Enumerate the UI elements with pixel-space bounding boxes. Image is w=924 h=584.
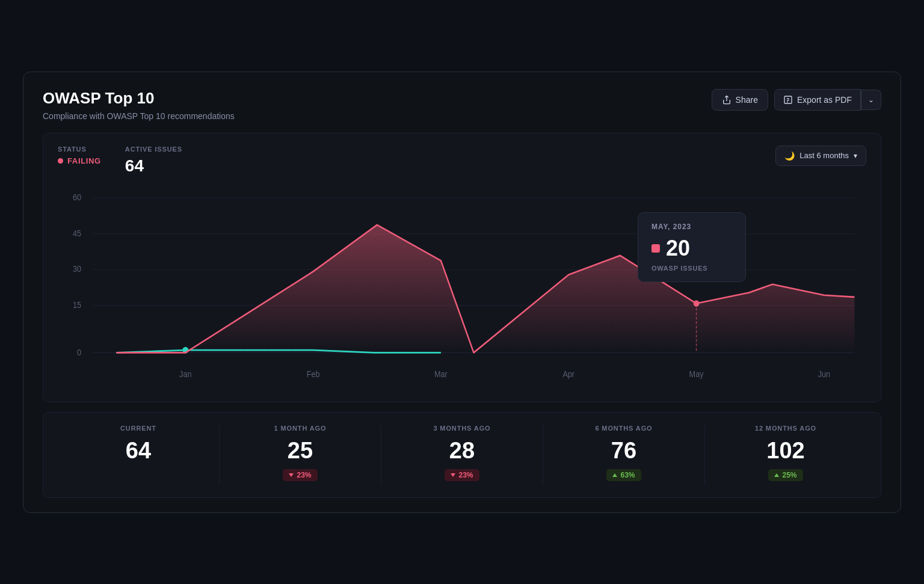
- arrow-down-icon: [289, 473, 294, 477]
- time-filter-button[interactable]: 🌙 Last 6 months ▾: [775, 146, 866, 166]
- svg-text:Mar: Mar: [434, 369, 448, 379]
- svg-text:Feb: Feb: [307, 369, 320, 379]
- chart-panel: STATUS FAILING ACTIVE ISSUES 64 🌙 Last 6…: [43, 133, 881, 402]
- export-pdf-button[interactable]: Export as PDF: [774, 89, 861, 111]
- svg-text:60: 60: [73, 192, 81, 202]
- svg-text:45: 45: [73, 229, 81, 238]
- status-stat: STATUS FAILING: [58, 146, 101, 176]
- status-badge: FAILING: [58, 156, 101, 165]
- svg-text:15: 15: [73, 300, 81, 310]
- bottom-stat-12months: 12 MONTHS AGO 102 25%: [704, 425, 866, 485]
- page-title: OWASP Top 10: [43, 89, 235, 108]
- export-icon: [783, 95, 793, 105]
- chevron-down-icon: ▾: [854, 152, 857, 160]
- chart-panel-header: STATUS FAILING ACTIVE ISSUES 64 🌙 Last 6…: [58, 146, 866, 176]
- export-button-group: Export as PDF ⌄: [774, 89, 881, 111]
- svg-text:Jun: Jun: [818, 369, 830, 379]
- svg-point-23: [694, 300, 700, 307]
- svg-text:Apr: Apr: [562, 369, 574, 379]
- stats-row: STATUS FAILING ACTIVE ISSUES 64: [58, 146, 182, 176]
- svg-text:30: 30: [73, 264, 81, 274]
- page-subtitle: Compliance with OWASP Top 10 recommendat…: [43, 111, 235, 121]
- change-badge-1month: 23%: [283, 469, 317, 481]
- svg-text:0: 0: [77, 348, 81, 357]
- bottom-stat-3months: 3 MONTHS AGO 28 23%: [381, 425, 543, 485]
- export-dropdown-button[interactable]: ⌄: [861, 90, 881, 110]
- arrow-down-icon: [451, 473, 455, 477]
- bottom-stats: CURRENT 64 1 MONTH AGO 25 23% 3 MONTHS A…: [43, 412, 881, 498]
- dashboard-container: OWASP Top 10 Compliance with OWASP Top 1…: [23, 72, 901, 513]
- share-icon: [722, 95, 732, 105]
- svg-marker-21: [116, 224, 854, 352]
- svg-text:May: May: [689, 369, 704, 379]
- bottom-stat-6months: 6 MONTHS AGO 76 63%: [543, 425, 704, 485]
- arrow-up-icon: [612, 473, 617, 477]
- header: OWASP Top 10 Compliance with OWASP Top 1…: [43, 89, 881, 121]
- chart-svg: 60 45 30 15 0 Jan Feb Mar Apr May Jun: [58, 185, 866, 390]
- change-badge-3months: 23%: [445, 469, 479, 481]
- moon-icon: 🌙: [784, 151, 795, 161]
- share-button[interactable]: Share: [712, 89, 768, 111]
- bottom-stat-current: CURRENT 64: [58, 425, 219, 485]
- svg-text:Jan: Jan: [179, 369, 191, 379]
- chart-area: 60 45 30 15 0 Jan Feb Mar Apr May Jun: [58, 185, 866, 390]
- status-dot: [58, 158, 63, 164]
- arrow-up-icon: [774, 473, 779, 477]
- bottom-stat-1month: 1 MONTH AGO 25 23%: [219, 425, 381, 485]
- active-issues-stat: ACTIVE ISSUES 64: [125, 146, 182, 176]
- change-badge-6months: 63%: [606, 469, 641, 481]
- header-actions: Share Export as PDF ⌄: [712, 89, 881, 111]
- change-badge-12months: 25%: [768, 469, 802, 481]
- header-left: OWASP Top 10 Compliance with OWASP Top 1…: [43, 89, 235, 121]
